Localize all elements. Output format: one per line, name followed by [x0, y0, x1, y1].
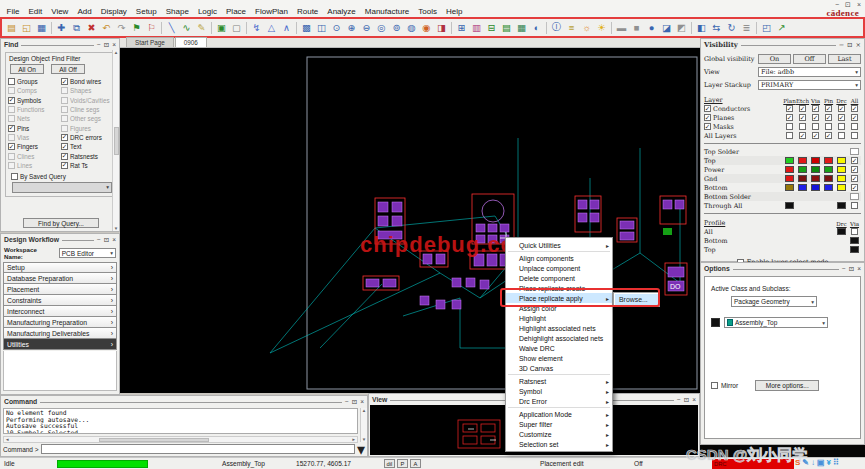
workspace-select[interactable]: PCB Editor ▾	[59, 248, 116, 258]
find-filter-pins[interactable]: ✓Pins	[8, 123, 59, 132]
checkbox-all-layers-via[interactable]: ✓	[812, 132, 819, 139]
find-by-query-button[interactable]: Find by Query...	[23, 218, 99, 228]
save-drawing-icon[interactable]: ▦	[34, 20, 49, 35]
select-poly-icon[interactable]: ◩	[674, 20, 689, 35]
zoom-previous-icon[interactable]: ◍	[404, 20, 419, 35]
column-drc[interactable]: Drc	[835, 98, 848, 104]
checkbox-planes-drc[interactable]: ✓	[838, 114, 845, 121]
menu-edit[interactable]: Edit	[24, 7, 47, 16]
checkbox-masks-plan[interactable]	[786, 123, 793, 130]
checkbox-masks-drc[interactable]	[838, 123, 845, 130]
status-button-dil[interactable]: dil	[384, 459, 395, 468]
menu-route[interactable]: Route	[292, 7, 322, 16]
menu-setup[interactable]: Setup	[131, 7, 161, 16]
command-input[interactable]	[41, 444, 355, 454]
find-filter-ratsnests[interactable]: ✓Ratsnests	[61, 151, 112, 160]
checkbox-all-layers-drc[interactable]	[838, 132, 845, 139]
open-drawing-icon[interactable]: ◱	[19, 20, 34, 35]
command-panel-titlebar[interactable]: Command −⊡×	[1, 396, 367, 407]
profile-via-checkbox[interactable]	[851, 228, 858, 235]
command-hscrollbar[interactable]: ◄ ►	[3, 436, 358, 443]
context-menu-item-dehighlight-associated-nets[interactable]: Dehighlight associated nets	[506, 333, 612, 343]
status-button-a[interactable]: A	[410, 459, 421, 468]
context-menu-item-waive-drc[interactable]: Waive DRC	[506, 343, 612, 353]
3d-canvas-icon[interactable]: ◨	[434, 20, 449, 35]
swap-icon[interactable]: ⇆	[709, 20, 724, 35]
context-menu-item-place-replicate-create[interactable]: Place replicate create	[506, 283, 612, 293]
pane-close-icon[interactable]: ×	[112, 41, 116, 49]
pcb-canvas[interactable]: DO chipdebug.com	[120, 48, 700, 393]
tab-start-page[interactable]: Start Page	[126, 37, 174, 47]
checkbox-conductors-pin[interactable]: ✓	[825, 105, 832, 112]
checkbox-conductors-plan[interactable]: ✓	[786, 105, 793, 112]
world-view-icon[interactable]: ◐	[529, 20, 544, 35]
pane-close-icon[interactable]: ×	[112, 236, 116, 244]
checkbox-conductors-all[interactable]: ✓	[851, 105, 858, 112]
context-menu-item-delete-component[interactable]: Delete component	[506, 273, 612, 283]
shape-select-icon[interactable]: ▢	[229, 20, 244, 35]
visibility-checkbox-top[interactable]: ✓	[851, 157, 858, 164]
pane-minimize-icon[interactable]: −	[677, 396, 681, 404]
checkbox-text[interactable]: ✓	[61, 143, 68, 150]
color-swatch[interactable]	[785, 157, 794, 164]
dropdown-arrow-icon[interactable]: ▾	[357, 440, 365, 459]
checkbox-masks-pin[interactable]	[825, 123, 832, 130]
workflow-item-constraints[interactable]: Constraints›	[3, 295, 117, 306]
column-via[interactable]: Via	[809, 98, 822, 104]
context-menu-item-drc-error[interactable]: Drc Error▸	[506, 396, 612, 406]
checkbox-all-layers-etch[interactable]: ✓	[799, 132, 806, 139]
context-menu-item-highlight[interactable]: Highlight	[506, 313, 612, 323]
workflow-item-database-preparation[interactable]: Database Preparation›	[3, 273, 117, 284]
checkbox-planes-plan[interactable]: ✓	[786, 114, 793, 121]
subclass-select[interactable]: Assembly_Top ▾	[724, 317, 828, 328]
zoom-in-icon[interactable]: ⊕	[344, 20, 359, 35]
column-etch[interactable]: Etch	[796, 98, 809, 104]
delete-icon[interactable]: ✖	[84, 20, 99, 35]
menu-help[interactable]: Help	[441, 7, 466, 16]
pane-minimize-icon[interactable]: −	[842, 265, 846, 273]
color-swatch[interactable]	[837, 175, 846, 182]
checkbox-planes-all[interactable]: ✓	[851, 114, 858, 121]
pane-close-icon[interactable]: ×	[360, 398, 364, 406]
checkbox-all-layers-all[interactable]	[851, 132, 858, 139]
color-swatch[interactable]	[824, 166, 833, 173]
new-drawing-icon[interactable]: ▤	[4, 20, 19, 35]
spin-icon[interactable]: ↻	[724, 20, 739, 35]
checkbox-groups[interactable]	[8, 78, 15, 85]
checkbox-planes[interactable]: ✓	[704, 114, 711, 121]
context-menu-item-align-components[interactable]: Align components	[506, 253, 612, 263]
undo-icon[interactable]: ↶	[99, 20, 114, 35]
layer-stackup-select[interactable]: PRIMARY ▾	[758, 80, 861, 90]
checkbox-masks-all[interactable]	[851, 123, 858, 130]
find-scrollbar[interactable]: ▲ ▼	[112, 50, 119, 231]
checkbox-masks-via[interactable]	[812, 123, 819, 130]
redraw-icon[interactable]: ◉	[419, 20, 434, 35]
pane-minimize-icon[interactable]: −	[97, 236, 101, 244]
pane-minimize-icon[interactable]: −	[345, 398, 349, 406]
menu-tools[interactable]: Tools	[414, 7, 442, 16]
command-scrollbar[interactable]: ▲ ▼	[360, 408, 367, 442]
shape-rect-icon[interactable]: ▬	[614, 20, 629, 35]
pane-close-icon[interactable]: ×	[857, 265, 861, 273]
color-dialog-icon[interactable]: ▩	[299, 20, 314, 35]
unfix-icon[interactable]: ⚐	[144, 20, 159, 35]
view-select[interactable]: File: adbb ▾	[758, 67, 861, 77]
column-all[interactable]: All	[848, 98, 861, 104]
menu-flowplan[interactable]: FlowPlan	[251, 7, 293, 16]
workflow-item-interconnect[interactable]: Interconnect›	[3, 306, 117, 317]
context-menu-item-symbol[interactable]: Symbol▸	[506, 386, 612, 396]
checkbox-fingers[interactable]: ✓	[8, 143, 15, 150]
color-swatch[interactable]	[811, 175, 820, 182]
pane-float-icon[interactable]: ⊡	[849, 265, 854, 273]
context-menu-item-customize[interactable]: Customize▸	[506, 429, 612, 439]
find-filter-text[interactable]: ✓Text	[61, 142, 112, 151]
find-filter-symbols[interactable]: ✓Symbols	[8, 96, 59, 105]
zoom-world-icon[interactable]: ⊚	[389, 20, 404, 35]
profile-via-swatch[interactable]	[850, 237, 859, 244]
checkbox-bond-wires[interactable]: ✓	[61, 78, 68, 85]
context-menu-item-highlight-associated-nets[interactable]: Highlight associated nets	[506, 323, 612, 333]
pane-float-icon[interactable]: ⊡	[104, 41, 109, 49]
color-swatch[interactable]	[798, 175, 807, 182]
scroll-right-icon[interactable]: ►	[352, 437, 356, 442]
workflow-panel-titlebar[interactable]: Design Workflow −⊡×	[1, 234, 119, 245]
